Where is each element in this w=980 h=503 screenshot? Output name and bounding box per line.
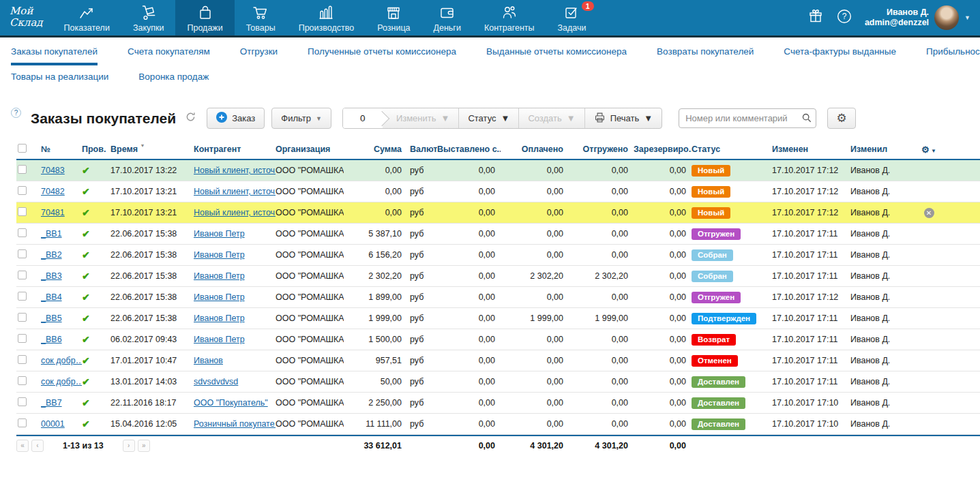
status-badge[interactable]: Доставлен	[692, 376, 745, 388]
page-help-icon[interactable]: ?	[11, 108, 21, 118]
contragent-link[interactable]: sdvsdvdvsd	[194, 377, 238, 386]
nav-item-Контрагенты[interactable]: Контрагенты	[473, 0, 546, 35]
contragent-link[interactable]: Иванов Петр	[194, 314, 245, 323]
status-badge[interactable]: Возврат	[692, 334, 736, 346]
create-button[interactable]: Создать▼	[518, 108, 584, 128]
help-icon[interactable]: ?	[836, 8, 852, 27]
row-checkbox[interactable]	[18, 397, 27, 406]
search-input[interactable]	[679, 108, 816, 128]
tab-Счета-фактуры выданные[interactable]: Счета-фактуры выданные	[784, 46, 896, 65]
status-button[interactable]: Статус▼	[458, 108, 518, 128]
select-all-checkbox[interactable]	[18, 144, 27, 153]
column-header-paid[interactable]: Оплачено	[501, 144, 569, 154]
order-number-link[interactable]: _ВВ1	[41, 229, 62, 239]
column-header-changedby[interactable]: Изменил	[850, 144, 915, 154]
new-order-button[interactable]: Заказ	[207, 108, 265, 129]
prev-page-button[interactable]: ‹	[31, 440, 44, 452]
column-header-num[interactable]: №	[41, 144, 82, 154]
tab-Выданные отчеты комиссионера[interactable]: Выданные отчеты комиссионера	[486, 46, 627, 65]
nav-item-Продажи[interactable]: Продажи	[175, 0, 234, 35]
column-header-prov[interactable]: Пров.	[82, 144, 110, 154]
table-row[interactable]: 70481✔17.10.2017 13:21Новый клиент, исто…	[16, 202, 980, 224]
status-badge[interactable]: Доставлен	[692, 418, 745, 430]
filter-button[interactable]: Фильтр▼	[271, 108, 331, 129]
column-header-status[interactable]: Статус	[692, 144, 772, 154]
settings-gear-button[interactable]: ⚙	[827, 108, 856, 129]
tab-Заказы покупателей[interactable]: Заказы покупателей	[11, 46, 98, 65]
contragent-link[interactable]: Новый клиент, источ…	[194, 208, 276, 217]
app-logo[interactable]: Мой Склад	[0, 0, 53, 35]
contragent-link[interactable]: Иванов Петр	[194, 335, 245, 344]
row-checkbox[interactable]	[18, 249, 27, 258]
row-checkbox[interactable]	[18, 271, 27, 279]
gift-icon[interactable]	[807, 8, 824, 27]
table-row[interactable]: 70483✔17.10.2017 13:22Новый клиент, исто…	[16, 160, 980, 181]
contragent-link[interactable]: Новый клиент, источ…	[194, 187, 276, 196]
order-number-link[interactable]: 70482	[41, 187, 65, 196]
order-number-link[interactable]: _ВВ5	[41, 314, 62, 323]
table-row[interactable]: 70482✔17.10.2017 13:21Новый клиент, исто…	[16, 181, 980, 202]
nav-item-Задачи[interactable]: 1Задачи	[546, 0, 598, 35]
order-number-link[interactable]: _ВВ2	[41, 250, 62, 260]
column-header-contragent[interactable]: Контрагент	[194, 144, 276, 154]
table-row[interactable]: _ВВ2✔22.06.2017 15:38Иванов ПетрООО "РОМ…	[16, 245, 980, 266]
order-number-link[interactable]: сок добр…	[41, 356, 82, 365]
tab-Полученные отчеты комиссионера[interactable]: Полученные отчеты комиссионера	[308, 46, 456, 65]
sort-desc-icon[interactable]: ▼	[140, 144, 145, 149]
column-header-org[interactable]: Организация	[276, 144, 344, 154]
status-badge[interactable]: Отгружен	[692, 292, 741, 303]
row-checkbox[interactable]	[18, 186, 27, 195]
tab-Счета покупателям[interactable]: Счета покупателям	[128, 46, 210, 65]
nav-item-Производство[interactable]: Производство	[287, 0, 366, 35]
table-row[interactable]: _ВВ1✔22.06.2017 15:38Иванов ПетрООО "РОМ…	[16, 224, 980, 245]
last-page-button[interactable]: »	[138, 440, 150, 452]
column-header-shipped[interactable]: Отгружено	[569, 144, 634, 154]
contragent-link[interactable]: Новый клиент, источ…	[194, 166, 276, 175]
row-checkbox[interactable]	[18, 355, 27, 364]
order-number-link[interactable]: 70483	[41, 166, 65, 175]
order-number-link[interactable]: _ВВ7	[41, 398, 62, 408]
order-number-link[interactable]: _ВВ4	[41, 292, 62, 302]
column-header-sum[interactable]: Сумма	[344, 144, 409, 154]
close-icon[interactable]: ✕	[924, 208, 934, 218]
table-row[interactable]: _ВВ4✔22.06.2017 15:38Иванов ПетрООО "РОМ…	[16, 287, 980, 308]
contragent-link[interactable]: Иванов Петр	[194, 250, 245, 260]
contragent-link[interactable]: Розничный покупате…	[194, 419, 276, 429]
row-checkbox[interactable]	[18, 313, 27, 322]
row-checkbox[interactable]	[18, 418, 27, 427]
column-header-time[interactable]: Время▼	[110, 144, 194, 154]
nav-item-Товары[interactable]: Товары	[235, 0, 287, 35]
order-number-link[interactable]: 00001	[41, 419, 65, 429]
column-header-currency[interactable]: Валюта	[409, 144, 437, 154]
contragent-link[interactable]: Иванов Петр	[194, 292, 245, 302]
nav-item-Закупки[interactable]: Закупки	[121, 0, 176, 35]
status-badge[interactable]: Подтвержден	[692, 313, 756, 324]
row-checkbox[interactable]	[18, 376, 27, 385]
search-icon[interactable]	[802, 113, 812, 125]
order-number-link[interactable]: _ВВ6	[41, 335, 62, 344]
table-row[interactable]: сок добр…✔13.01.2017 14:03sdvsdvdvsdООО …	[16, 371, 980, 393]
contragent-link[interactable]: ООО "Покупатель"	[194, 398, 268, 408]
row-checkbox[interactable]	[18, 165, 27, 174]
tab-Отгрузки[interactable]: Отгрузки	[240, 46, 278, 65]
contragent-link[interactable]: Иванов Петр	[194, 229, 245, 239]
column-header-reserved[interactable]: Зарезервиро...	[634, 144, 692, 154]
user-menu[interactable]: Иванов Д. admin@denzzel ▼	[865, 5, 970, 30]
table-row[interactable]: _ВВ6✔06.02.2017 09:43Иванов ПетрООО "РОМ…	[16, 329, 980, 350]
order-number-link[interactable]: сок добр…	[41, 377, 82, 386]
nav-item-Показатели[interactable]: Показатели	[53, 0, 121, 35]
table-row[interactable]: _ВВ3✔22.06.2017 15:38Иванов ПетрООО "РОМ…	[16, 266, 980, 287]
row-checkbox[interactable]	[18, 334, 27, 343]
nav-item-Деньги[interactable]: Деньги	[422, 0, 473, 35]
contragent-link[interactable]: Иванов	[194, 356, 223, 365]
status-badge[interactable]: Отгружен	[692, 228, 741, 240]
column-header-changed[interactable]: Изменен	[772, 144, 850, 154]
row-checkbox[interactable]	[18, 228, 27, 237]
table-row[interactable]: сок добр…✔17.01.2017 10:47ИвановООО "РОМ…	[16, 350, 980, 371]
order-number-link[interactable]: _ВВ3	[41, 271, 62, 281]
tab-Воронка продаж[interactable]: Воронка продаж	[138, 72, 209, 88]
avatar[interactable]	[934, 5, 959, 30]
table-row[interactable]: _ВВ7✔22.11.2016 18:17ООО "Покупатель"ООО…	[16, 393, 980, 414]
column-settings-gear-icon[interactable]: ⚙ ▼	[921, 144, 936, 155]
nav-item-Розница[interactable]: Розница	[366, 0, 421, 35]
